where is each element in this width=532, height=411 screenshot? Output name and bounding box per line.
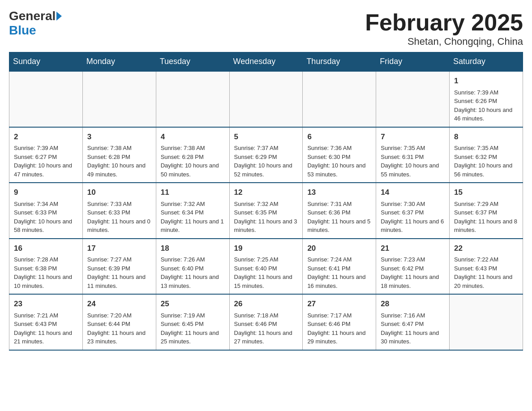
day-info: Sunrise: 7:24 AM Sunset: 6:41 PM Dayligh… [307, 255, 371, 290]
day-info: Sunrise: 7:20 AM Sunset: 6:44 PM Dayligh… [87, 311, 151, 346]
day-number: 28 [381, 298, 445, 310]
calendar-cell: 22Sunrise: 7:22 AM Sunset: 6:43 PM Dayli… [450, 239, 523, 295]
logo-general-text: General [9, 9, 56, 23]
day-number: 7 [381, 131, 445, 143]
day-number: 27 [307, 298, 371, 310]
day-info: Sunrise: 7:18 AM Sunset: 6:46 PM Dayligh… [234, 311, 298, 346]
day-info: Sunrise: 7:23 AM Sunset: 6:42 PM Dayligh… [381, 255, 445, 290]
calendar-cell [303, 71, 376, 127]
calendar-week-row: 23Sunrise: 7:21 AM Sunset: 6:43 PM Dayli… [9, 294, 523, 350]
calendar-cell: 27Sunrise: 7:17 AM Sunset: 6:46 PM Dayli… [303, 294, 376, 350]
day-number: 16 [14, 243, 78, 254]
day-number: 12 [234, 187, 298, 198]
day-header-tuesday: Tuesday [156, 52, 229, 72]
day-info: Sunrise: 7:38 AM Sunset: 6:28 PM Dayligh… [87, 144, 151, 179]
day-info: Sunrise: 7:35 AM Sunset: 6:32 PM Dayligh… [454, 144, 518, 179]
calendar-week-row: 16Sunrise: 7:28 AM Sunset: 6:38 PM Dayli… [9, 239, 523, 295]
day-number: 1 [454, 75, 518, 87]
day-info: Sunrise: 7:17 AM Sunset: 6:46 PM Dayligh… [307, 311, 371, 346]
calendar-week-row: 9Sunrise: 7:34 AM Sunset: 6:33 PM Daylig… [9, 183, 523, 239]
location-subtitle: Shetan, Chongqing, China [365, 36, 523, 47]
day-info: Sunrise: 7:19 AM Sunset: 6:45 PM Dayligh… [161, 311, 225, 346]
day-number: 22 [454, 243, 518, 254]
day-header-monday: Monday [82, 52, 156, 72]
calendar-cell: 24Sunrise: 7:20 AM Sunset: 6:44 PM Dayli… [82, 294, 156, 350]
calendar-week-row: 2Sunrise: 7:39 AM Sunset: 6:27 PM Daylig… [9, 127, 523, 183]
day-number: 19 [234, 243, 298, 254]
calendar-cell [376, 71, 450, 127]
calendar-cell [156, 71, 229, 127]
calendar-cell: 9Sunrise: 7:34 AM Sunset: 6:33 PM Daylig… [9, 183, 83, 239]
day-info: Sunrise: 7:22 AM Sunset: 6:43 PM Dayligh… [454, 255, 518, 290]
page-header: General Blue February 2025 Shetan, Chong… [9, 9, 523, 47]
calendar-cell: 23Sunrise: 7:21 AM Sunset: 6:43 PM Dayli… [9, 294, 83, 350]
day-header-saturday: Saturday [450, 52, 523, 72]
day-number: 25 [161, 298, 225, 310]
day-info: Sunrise: 7:28 AM Sunset: 6:38 PM Dayligh… [14, 255, 78, 290]
logo: General Blue [9, 9, 63, 38]
day-header-thursday: Thursday [303, 52, 376, 72]
calendar-header-row: SundayMondayTuesdayWednesdayThursdayFrid… [9, 52, 523, 72]
day-info: Sunrise: 7:21 AM Sunset: 6:43 PM Dayligh… [14, 311, 78, 346]
calendar-cell: 14Sunrise: 7:30 AM Sunset: 6:37 PM Dayli… [376, 183, 450, 239]
calendar-cell [9, 71, 83, 127]
day-info: Sunrise: 7:30 AM Sunset: 6:37 PM Dayligh… [381, 200, 445, 235]
logo-arrow-icon [56, 12, 62, 21]
day-number: 9 [14, 187, 78, 198]
day-number: 26 [234, 298, 298, 310]
calendar-cell [229, 71, 303, 127]
day-info: Sunrise: 7:32 AM Sunset: 6:35 PM Dayligh… [234, 200, 298, 235]
calendar-cell: 3Sunrise: 7:38 AM Sunset: 6:28 PM Daylig… [82, 127, 156, 183]
day-info: Sunrise: 7:39 AM Sunset: 6:26 PM Dayligh… [454, 88, 518, 123]
calendar-cell: 19Sunrise: 7:25 AM Sunset: 6:40 PM Dayli… [229, 239, 303, 295]
day-number: 3 [87, 131, 151, 143]
calendar-cell: 15Sunrise: 7:29 AM Sunset: 6:37 PM Dayli… [450, 183, 523, 239]
day-info: Sunrise: 7:37 AM Sunset: 6:29 PM Dayligh… [234, 144, 298, 179]
calendar-cell: 10Sunrise: 7:33 AM Sunset: 6:33 PM Dayli… [82, 183, 156, 239]
day-number: 23 [14, 298, 78, 310]
day-number: 6 [307, 131, 371, 143]
day-header-friday: Friday [376, 52, 450, 72]
day-info: Sunrise: 7:38 AM Sunset: 6:28 PM Dayligh… [161, 144, 225, 179]
day-info: Sunrise: 7:16 AM Sunset: 6:47 PM Dayligh… [381, 311, 445, 346]
calendar-cell: 20Sunrise: 7:24 AM Sunset: 6:41 PM Dayli… [303, 239, 376, 295]
day-number: 21 [381, 243, 445, 254]
day-info: Sunrise: 7:39 AM Sunset: 6:27 PM Dayligh… [14, 144, 78, 179]
day-number: 14 [381, 187, 445, 198]
calendar-cell: 17Sunrise: 7:27 AM Sunset: 6:39 PM Dayli… [82, 239, 156, 295]
day-number: 8 [454, 131, 518, 143]
title-block: February 2025 Shetan, Chongqing, China [365, 9, 523, 47]
day-info: Sunrise: 7:34 AM Sunset: 6:33 PM Dayligh… [14, 200, 78, 235]
calendar-cell: 6Sunrise: 7:36 AM Sunset: 6:30 PM Daylig… [303, 127, 376, 183]
calendar-cell: 16Sunrise: 7:28 AM Sunset: 6:38 PM Dayli… [9, 239, 83, 295]
calendar-cell: 2Sunrise: 7:39 AM Sunset: 6:27 PM Daylig… [9, 127, 83, 183]
day-header-wednesday: Wednesday [229, 52, 303, 72]
day-number: 15 [454, 187, 518, 198]
day-number: 13 [307, 187, 371, 198]
day-number: 24 [87, 298, 151, 310]
calendar-cell: 25Sunrise: 7:19 AM Sunset: 6:45 PM Dayli… [156, 294, 229, 350]
day-info: Sunrise: 7:26 AM Sunset: 6:40 PM Dayligh… [161, 255, 225, 290]
calendar-cell: 4Sunrise: 7:38 AM Sunset: 6:28 PM Daylig… [156, 127, 229, 183]
calendar-cell [450, 294, 523, 350]
day-info: Sunrise: 7:25 AM Sunset: 6:40 PM Dayligh… [234, 255, 298, 290]
day-number: 11 [161, 187, 225, 198]
calendar-cell [82, 71, 156, 127]
day-info: Sunrise: 7:32 AM Sunset: 6:34 PM Dayligh… [161, 200, 225, 235]
calendar-cell: 28Sunrise: 7:16 AM Sunset: 6:47 PM Dayli… [376, 294, 450, 350]
day-number: 17 [87, 243, 151, 254]
day-number: 18 [161, 243, 225, 254]
calendar-table: SundayMondayTuesdayWednesdayThursdayFrid… [9, 52, 523, 351]
calendar-cell: 21Sunrise: 7:23 AM Sunset: 6:42 PM Dayli… [376, 239, 450, 295]
day-number: 20 [307, 243, 371, 254]
calendar-cell: 1Sunrise: 7:39 AM Sunset: 6:26 PM Daylig… [450, 71, 523, 127]
calendar-cell: 5Sunrise: 7:37 AM Sunset: 6:29 PM Daylig… [229, 127, 303, 183]
calendar-week-row: 1Sunrise: 7:39 AM Sunset: 6:26 PM Daylig… [9, 71, 523, 127]
day-info: Sunrise: 7:27 AM Sunset: 6:39 PM Dayligh… [87, 255, 151, 290]
day-number: 5 [234, 131, 298, 143]
day-info: Sunrise: 7:31 AM Sunset: 6:36 PM Dayligh… [307, 200, 371, 235]
logo-blue-text: Blue [9, 23, 36, 37]
month-year-title: February 2025 [365, 9, 523, 36]
day-number: 4 [161, 131, 225, 143]
calendar-cell: 13Sunrise: 7:31 AM Sunset: 6:36 PM Dayli… [303, 183, 376, 239]
